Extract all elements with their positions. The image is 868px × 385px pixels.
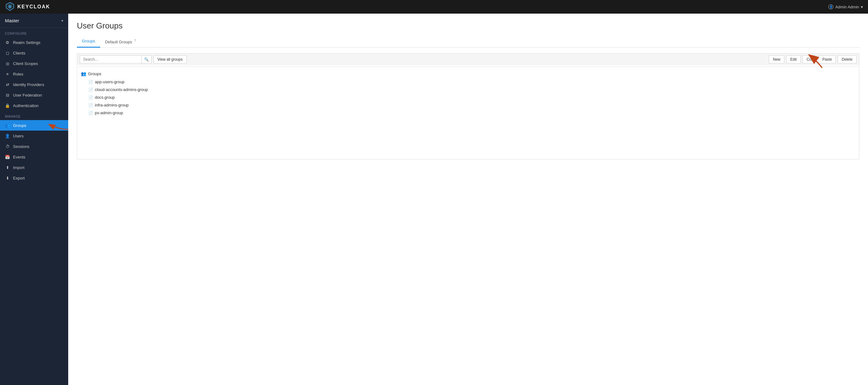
user-label: Admin Admin xyxy=(835,5,859,9)
configure-section-label: Configure xyxy=(0,28,68,37)
events-icon: 📅 xyxy=(5,154,10,160)
clients-icon: ◻ xyxy=(5,50,10,56)
sidebar-item-identity-providers-label: Identity Providers xyxy=(13,82,44,87)
tree-item-2[interactable]: 📄 docs.group xyxy=(77,94,859,101)
tree-root-label: Groups xyxy=(88,71,101,76)
sidebar-item-user-federation[interactable]: ⊟ User Federation xyxy=(0,90,68,100)
sidebar-item-events[interactable]: 📅 Events xyxy=(0,152,68,162)
identity-providers-icon: ⇄ xyxy=(5,82,10,87)
delete-button[interactable]: Delete xyxy=(838,56,857,64)
tree-root-icon: 👥 xyxy=(81,71,86,76)
realm-selector[interactable]: Master ▾ xyxy=(0,13,68,28)
view-all-groups-button[interactable]: View all groups xyxy=(153,56,187,64)
cut-button[interactable]: Cut xyxy=(803,56,816,64)
user-federation-icon: ⊟ xyxy=(5,93,10,98)
tree-item-icon-0: 📄 xyxy=(88,80,93,84)
tab-groups[interactable]: Groups xyxy=(77,36,100,48)
tree-item-label-0: app-users-group xyxy=(95,79,124,84)
sidebar-item-events-label: Events xyxy=(13,155,25,160)
tree-item-3[interactable]: 📄 infra-admins-group xyxy=(77,101,859,109)
sidebar-item-import-label: Import xyxy=(13,165,25,170)
sidebar-item-groups-label: Groups xyxy=(13,123,26,128)
search-input[interactable] xyxy=(80,56,142,64)
toolbar: 🔍 View all groups New Edit Cut Paste Del… xyxy=(77,53,859,65)
tree-item-label-3: infra-admins-group xyxy=(95,103,129,107)
groups-section: 🔍 View all groups New Edit Cut Paste Del… xyxy=(77,53,859,160)
page-title: User Groups xyxy=(77,21,859,31)
tree-item-label-2: docs.group xyxy=(95,95,115,100)
groups-tree: 👥 Groups 📄 app-users-group 📄 cloud-accou… xyxy=(77,67,859,160)
sidebar-item-users-label: Users xyxy=(13,134,24,138)
user-dropdown-arrow: ▾ xyxy=(861,5,863,9)
sidebar-item-roles-label: Roles xyxy=(13,72,23,76)
tree-item-4[interactable]: 📄 px-admin-group xyxy=(77,109,859,117)
tab-default-groups[interactable]: Default Groups ? xyxy=(100,36,141,48)
tree-item-label-1: cloud-accounts-admins-group xyxy=(95,87,148,92)
tree-item-icon-4: 📄 xyxy=(88,111,93,115)
sidebar-item-export-label: Export xyxy=(13,176,25,180)
sidebar-item-users[interactable]: 👤 Users xyxy=(0,131,68,141)
user-menu[interactable]: 👤 Admin Admin ▾ xyxy=(828,4,863,9)
new-button[interactable]: New xyxy=(769,56,784,64)
search-button[interactable]: 🔍 xyxy=(142,56,152,64)
main-layout: Master ▾ Configure ⚙ Realm Settings ◻ Cl… xyxy=(0,13,868,385)
sidebar-item-clients-label: Clients xyxy=(13,51,25,56)
paste-button[interactable]: Paste xyxy=(818,56,836,64)
sidebar-item-groups-container: 👥 Groups xyxy=(0,120,68,131)
tree-item-icon-3: 📄 xyxy=(88,103,93,107)
authentication-icon: 🔒 xyxy=(5,103,10,108)
logo-area: KEYCLOAK xyxy=(5,2,50,12)
sidebar-item-roles[interactable]: ≡ Roles xyxy=(0,69,68,79)
import-icon: ⬆ xyxy=(5,165,10,170)
sidebar-item-groups[interactable]: 👥 Groups xyxy=(0,120,68,131)
sidebar: Master ▾ Configure ⚙ Realm Settings ◻ Cl… xyxy=(0,13,68,385)
sidebar-item-user-federation-label: User Federation xyxy=(13,93,42,98)
client-scopes-icon: ◎ xyxy=(5,61,10,66)
edit-button[interactable]: Edit xyxy=(786,56,801,64)
realm-settings-icon: ⚙ xyxy=(5,40,10,45)
sidebar-item-realm-settings[interactable]: ⚙ Realm Settings xyxy=(0,37,68,48)
sidebar-item-export[interactable]: ⬇ Export xyxy=(0,173,68,183)
sidebar-item-realm-settings-label: Realm Settings xyxy=(13,40,40,45)
sidebar-item-client-scopes[interactable]: ◎ Client Scopes xyxy=(0,58,68,69)
manage-section-label: Manage xyxy=(0,111,68,120)
groups-icon: 👥 xyxy=(5,123,10,128)
roles-icon: ≡ xyxy=(5,71,10,76)
tabs-container: Groups Default Groups ? xyxy=(77,36,859,48)
realm-chevron-icon: ▾ xyxy=(61,19,63,23)
realm-name: Master xyxy=(5,18,19,23)
tree-root-groups[interactable]: 👥 Groups xyxy=(77,69,859,78)
top-nav: KEYCLOAK 👤 Admin Admin ▾ xyxy=(0,0,868,13)
tree-item-0[interactable]: 📄 app-users-group xyxy=(77,78,859,86)
search-container: 🔍 xyxy=(80,56,152,64)
user-avatar-icon: 👤 xyxy=(828,4,833,9)
tab-help-icon: ? xyxy=(134,39,136,42)
sidebar-item-clients[interactable]: ◻ Clients xyxy=(0,48,68,58)
sidebar-item-sessions-label: Sessions xyxy=(13,144,29,149)
sidebar-item-authentication-label: Authentication xyxy=(13,103,38,108)
logo-text: KEYCLOAK xyxy=(18,4,50,10)
tree-item-icon-2: 📄 xyxy=(88,95,93,100)
sidebar-item-sessions[interactable]: ⏱ Sessions xyxy=(0,141,68,152)
sidebar-item-import[interactable]: ⬆ Import xyxy=(0,162,68,173)
keycloak-logo-icon xyxy=(5,2,15,12)
sessions-icon: ⏱ xyxy=(5,144,10,149)
tree-item-icon-1: 📄 xyxy=(88,88,93,92)
tree-item-label-4: px-admin-group xyxy=(95,110,123,115)
tree-item-1[interactable]: 📄 cloud-accounts-admins-group xyxy=(77,86,859,94)
export-icon: ⬇ xyxy=(5,175,10,180)
sidebar-item-identity-providers[interactable]: ⇄ Identity Providers xyxy=(0,79,68,90)
main-content: User Groups Groups Default Groups ? 🔍 Vi… xyxy=(68,13,868,385)
sidebar-item-authentication[interactable]: 🔒 Authentication xyxy=(0,100,68,111)
sidebar-item-client-scopes-label: Client Scopes xyxy=(13,61,38,66)
users-icon: 👤 xyxy=(5,133,10,138)
